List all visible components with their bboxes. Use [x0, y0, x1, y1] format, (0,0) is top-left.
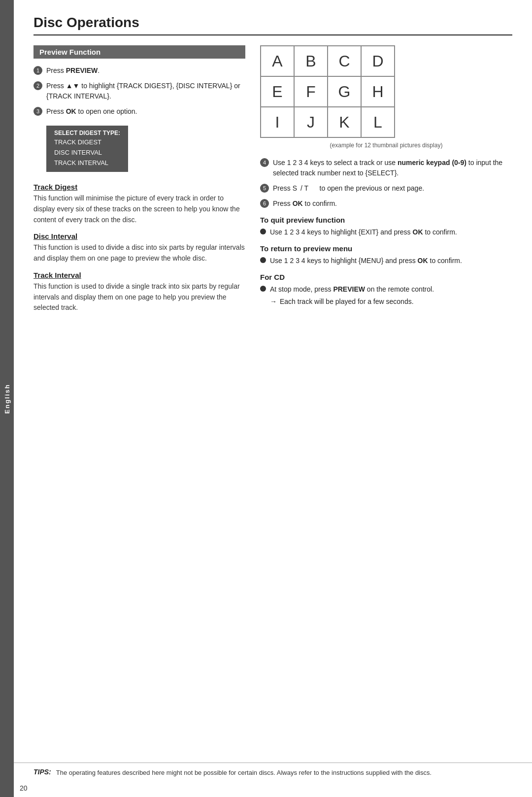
step-3: 3 Press OK to open one option. [33, 106, 245, 117]
grid-cell-A: A [261, 46, 294, 76]
sidebar: English [0, 0, 14, 797]
step-2-text: Press ▲▼ to highlight {TRACK DIGEST}, {D… [46, 81, 245, 101]
right-step-4-number: 4 [260, 158, 269, 167]
disc-interval-heading: Disc Interval [33, 232, 245, 240]
step-2: 2 Press ▲▼ to highlight {TRACK DIGEST}, … [33, 81, 245, 101]
right-step-6-number: 6 [260, 199, 269, 208]
digest-box-title: SELECT DIGEST TYPE: [54, 130, 120, 136]
cd-bullet-icon [260, 286, 266, 292]
cd-arrow-text: Each track will be played for a few seco… [280, 297, 414, 307]
return-bullet: Use 1 2 3 4 keys to highlight {MENU} and… [260, 256, 512, 266]
cd-arrow-bullet: → Each track will be played for a few se… [270, 297, 434, 307]
tips-text: The operating features described here mi… [56, 768, 432, 778]
preview-function-header: Preview Function [33, 45, 245, 59]
right-step-4-text: Use 1 2 3 4 keys to select a track or us… [273, 158, 512, 178]
left-column: Preview Function 1 Press PREVIEW. 2 Pres… [33, 45, 245, 313]
grid-cell-B: B [294, 46, 328, 76]
quit-bullet: Use 1 2 3 4 keys to highlight {EXIT} and… [260, 227, 512, 237]
step-1-text: Press PREVIEW. [46, 66, 100, 76]
arrow-icon: → [270, 297, 277, 307]
page-title: Disc Operations [33, 15, 512, 35]
grid-caption: (example for 12 thumbnail pictures displ… [260, 142, 512, 149]
digest-item-3: TRACK INTERVAL [54, 158, 120, 168]
cd-bullet: At stop mode, press PREVIEW on the remot… [260, 284, 512, 307]
grid-cell-K: K [328, 107, 361, 137]
page-number: 20 [20, 784, 28, 792]
right-step-5: 5 Press S / T to open the previous or ne… [260, 183, 512, 194]
track-digest-heading: Track Digest [33, 183, 245, 191]
step-1-number: 1 [33, 66, 42, 75]
grid-cell-H: H [361, 76, 395, 107]
digest-item-2: DISC INTERVAL [54, 148, 120, 158]
grid-cell-C: C [328, 46, 361, 76]
digest-box: SELECT DIGEST TYPE: TRACK DIGEST DISC IN… [46, 126, 128, 172]
disc-interval-text: This function is used to divide a disc i… [33, 242, 245, 264]
return-bullet-text: Use 1 2 3 4 keys to highlight {MENU} and… [270, 256, 462, 266]
right-step-6: 6 Press OK to confirm. [260, 199, 512, 209]
tips-label: TIPS: [33, 768, 51, 776]
step-1: 1 Press PREVIEW. [33, 66, 245, 76]
tips-section: TIPS: The operating features described h… [14, 763, 532, 783]
step-2-number: 2 [33, 81, 42, 90]
main-content: Disc Operations Preview Function 1 Press… [14, 0, 532, 333]
right-step-5-number: 5 [260, 184, 269, 193]
return-preview-heading: To return to preview menu [260, 244, 512, 253]
track-interval-text: This function is used to divide a single… [33, 281, 245, 313]
for-cd-heading: For CD [260, 273, 512, 281]
sidebar-label: English [3, 384, 11, 414]
right-column: A B C D E F G H I J K L [260, 45, 512, 311]
quit-preview-heading: To quit preview function [260, 216, 512, 224]
track-digest-text: This function will minimise the picture … [33, 193, 245, 225]
digest-item-1: TRACK DIGEST [54, 137, 120, 148]
right-step-4: 4 Use 1 2 3 4 keys to select a track or … [260, 158, 512, 178]
right-step-5-text: Press S / T to open the previous or next… [273, 183, 424, 194]
quit-bullet-text: Use 1 2 3 4 keys to highlight {EXIT} and… [270, 227, 457, 237]
thumbnail-grid: A B C D E F G H I J K L [260, 45, 395, 138]
step-3-text: Press OK to open one option. [46, 106, 137, 117]
two-column-layout: Preview Function 1 Press PREVIEW. 2 Pres… [33, 45, 512, 313]
grid-cell-J: J [294, 107, 328, 137]
grid-cell-G: G [328, 76, 361, 107]
return-bullet-icon [260, 257, 266, 263]
grid-cell-F: F [294, 76, 328, 107]
right-step-6-text: Press OK to confirm. [273, 199, 337, 209]
grid-cell-I: I [261, 107, 294, 137]
cd-bullet-text: At stop mode, press PREVIEW on the remot… [270, 284, 434, 307]
grid-cell-E: E [261, 76, 294, 107]
quit-bullet-icon [260, 229, 266, 234]
grid-cell-L: L [361, 107, 395, 137]
grid-cell-D: D [361, 46, 395, 76]
step-3-number: 3 [33, 107, 42, 116]
track-interval-heading: Track Interval [33, 271, 245, 279]
